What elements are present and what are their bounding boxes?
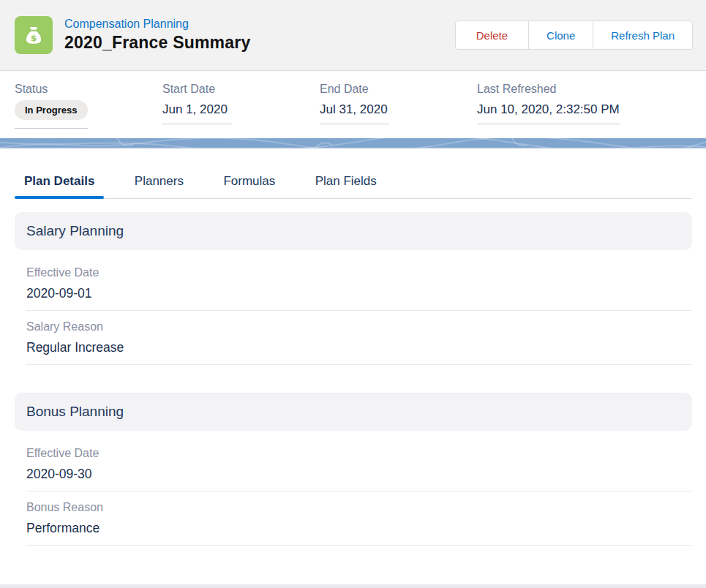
detail-field-effective-date: Effective Date 2020-09-01 <box>26 250 692 311</box>
field-label: Bonus Reason <box>26 501 692 514</box>
detail-field-effective-date: Effective Date 2020-09-30 <box>26 431 692 491</box>
section-header-salary-planning: Salary Planning <box>15 212 692 250</box>
field-label: Effective Date <box>26 447 692 460</box>
field-label: Status <box>15 83 151 96</box>
action-button-group: Delete Clone Refresh Plan <box>455 20 693 50</box>
highlights-panel: Status In Progress Start Date Jun 1, 202… <box>0 71 706 138</box>
detail-field-salary-reason: Salary Reason Regular Increase <box>26 311 692 365</box>
field-label: Effective Date <box>26 266 692 279</box>
field-label: Start Date <box>162 83 308 96</box>
field-value: 2020-09-30 <box>26 467 692 482</box>
clone-button[interactable]: Clone <box>528 20 593 50</box>
money-bag-icon: $ <box>15 16 53 54</box>
field-value: Regular Increase <box>26 340 692 355</box>
record-page-header: $ Compensation Planning 2020_France Summ… <box>0 0 706 71</box>
status-badge: In Progress <box>15 100 88 120</box>
field-start-date: Start Date Jun 1, 2020 <box>162 83 320 138</box>
field-end-date: End Date Jul 31, 2020 <box>320 83 477 138</box>
field-value: Performance <box>26 521 692 536</box>
brand-band-divider <box>0 138 706 149</box>
detail-field-bonus-reason: Bonus Reason Performance <box>26 491 692 546</box>
tab-planners[interactable]: Planners <box>125 174 193 198</box>
tab-plan-fields[interactable]: Plan Fields <box>306 174 386 198</box>
page-title: 2020_France Summary <box>64 33 250 53</box>
field-status: Status In Progress <box>15 83 162 138</box>
status-field-underline: In Progress <box>15 102 88 129</box>
field-label: Last Refreshed <box>477 83 620 96</box>
tab-bar: Plan Details Planners Formulas Plan Fiel… <box>15 149 692 199</box>
tab-plan-details[interactable]: Plan Details <box>15 174 104 198</box>
field-value: Jul 31, 2020 <box>320 102 389 124</box>
tab-formulas[interactable]: Formulas <box>214 174 285 198</box>
field-label: Salary Reason <box>26 320 692 333</box>
field-value: Jun 1, 2020 <box>162 102 232 124</box>
field-value: 2020-09-01 <box>26 286 692 301</box>
refresh-plan-button[interactable]: Refresh Plan <box>593 20 693 50</box>
entity-label[interactable]: Compensation Planning <box>64 18 250 31</box>
field-value: Jun 10, 2020, 2:32:50 PM <box>477 102 620 124</box>
field-last-refreshed: Last Refreshed Jun 10, 2020, 2:32:50 PM <box>477 83 631 138</box>
page-bottom-edge <box>0 584 706 588</box>
section-header-bonus-planning: Bonus Planning <box>15 393 692 431</box>
field-label: End Date <box>320 83 465 96</box>
svg-text:$: $ <box>31 32 37 43</box>
delete-button[interactable]: Delete <box>455 20 529 50</box>
